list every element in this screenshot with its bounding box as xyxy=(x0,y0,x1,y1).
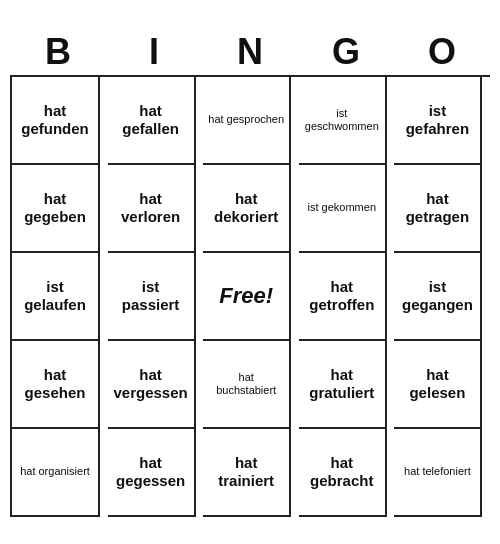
bingo-cell: hat gebracht xyxy=(299,429,387,517)
bingo-letter: I xyxy=(110,31,198,73)
bingo-cell: hat gratuliert xyxy=(299,341,387,429)
bingo-cell: hat buchstabiert xyxy=(203,341,291,429)
bingo-letter: N xyxy=(206,31,294,73)
bingo-cell: hat gelesen xyxy=(394,341,482,429)
bingo-letter: O xyxy=(398,31,486,73)
bingo-cell: hat dekoriert xyxy=(203,165,291,253)
bingo-letter: G xyxy=(302,31,390,73)
bingo-cell: hat trainiert xyxy=(203,429,291,517)
bingo-grid: hat gefundenhat gefallenhat gesprochenis… xyxy=(10,75,490,517)
bingo-cell: hat getroffen xyxy=(299,253,387,341)
bingo-cell: hat telefoniert xyxy=(394,429,482,517)
bingo-cell: hat getragen xyxy=(394,165,482,253)
bingo-cell: hat verloren xyxy=(108,165,196,253)
bingo-header: BINGO xyxy=(10,27,490,75)
bingo-cell: ist passiert xyxy=(108,253,196,341)
bingo-cell: hat vergessen xyxy=(108,341,196,429)
bingo-cell: hat gefallen xyxy=(108,77,196,165)
bingo-cell: ist gefahren xyxy=(394,77,482,165)
bingo-cell: hat gefunden xyxy=(12,77,100,165)
bingo-letter: B xyxy=(14,31,102,73)
bingo-cell: hat gegeben xyxy=(12,165,100,253)
bingo-cell: ist geschwommen xyxy=(299,77,387,165)
bingo-cell: ist gegangen xyxy=(394,253,482,341)
bingo-card: BINGO hat gefundenhat gefallenhat gespro… xyxy=(10,27,490,517)
bingo-cell: Free! xyxy=(203,253,291,341)
bingo-cell: hat gesehen xyxy=(12,341,100,429)
bingo-cell: hat gesprochen xyxy=(203,77,291,165)
bingo-cell: hat organisiert xyxy=(12,429,100,517)
bingo-cell: ist gelaufen xyxy=(12,253,100,341)
bingo-cell: ist gekommen xyxy=(299,165,387,253)
bingo-cell: hat gegessen xyxy=(108,429,196,517)
